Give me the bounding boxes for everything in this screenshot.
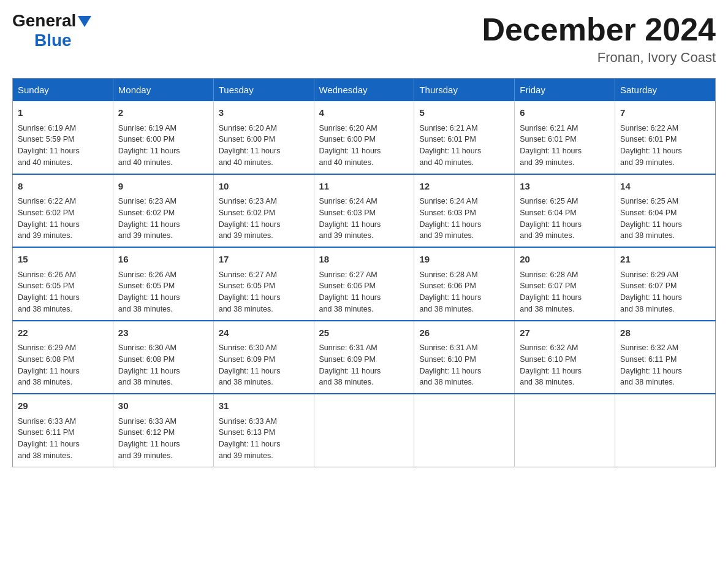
day-number: 17 — [219, 253, 309, 267]
day-number: 3 — [219, 106, 309, 120]
day-number: 5 — [419, 106, 509, 120]
month-title: December 2024 — [482, 12, 716, 47]
day-info: Sunrise: 6:33 AMSunset: 6:13 PMDaylight:… — [219, 416, 309, 462]
day-number: 19 — [419, 253, 509, 267]
day-info: Sunrise: 6:25 AMSunset: 6:04 PMDaylight:… — [520, 196, 610, 242]
day-number: 11 — [319, 180, 409, 194]
day-number: 28 — [620, 326, 710, 340]
day-info: Sunrise: 6:25 AMSunset: 6:04 PMDaylight:… — [620, 196, 710, 242]
day-of-week-header: Tuesday — [213, 79, 314, 102]
calendar-cell: 10Sunrise: 6:23 AMSunset: 6:02 PMDayligh… — [213, 174, 314, 248]
day-info: Sunrise: 6:23 AMSunset: 6:02 PMDaylight:… — [219, 196, 309, 242]
calendar-cell: 4Sunrise: 6:20 AMSunset: 6:00 PMDaylight… — [314, 101, 414, 174]
day-info: Sunrise: 6:33 AMSunset: 6:12 PMDaylight:… — [118, 416, 208, 462]
calendar-cell: 3Sunrise: 6:20 AMSunset: 6:00 PMDaylight… — [213, 101, 314, 174]
day-info: Sunrise: 6:22 AMSunset: 6:01 PMDaylight:… — [620, 123, 710, 169]
day-info: Sunrise: 6:22 AMSunset: 6:02 PMDaylight:… — [18, 196, 108, 242]
day-info: Sunrise: 6:20 AMSunset: 6:00 PMDaylight:… — [319, 123, 409, 169]
calendar-cell: 28Sunrise: 6:32 AMSunset: 6:11 PMDayligh… — [615, 321, 716, 394]
calendar-week-row: 22Sunrise: 6:29 AMSunset: 6:08 PMDayligh… — [13, 321, 716, 394]
day-number: 1 — [18, 106, 108, 120]
day-number: 16 — [118, 253, 208, 267]
calendar-cell: 24Sunrise: 6:30 AMSunset: 6:09 PMDayligh… — [213, 321, 314, 394]
day-number: 25 — [319, 326, 409, 340]
calendar-cell — [414, 394, 515, 467]
page-header: General Blue December 2024 Fronan, Ivory… — [12, 12, 716, 66]
calendar-cell: 17Sunrise: 6:27 AMSunset: 6:05 PMDayligh… — [213, 247, 314, 321]
calendar-week-row: 1Sunrise: 6:19 AMSunset: 5:59 PMDaylight… — [13, 101, 716, 174]
day-of-week-header: Friday — [515, 79, 615, 102]
logo-blue-text: Blue — [34, 31, 91, 50]
day-info: Sunrise: 6:23 AMSunset: 6:02 PMDaylight:… — [118, 196, 208, 242]
day-number: 13 — [520, 180, 610, 194]
calendar-cell: 20Sunrise: 6:28 AMSunset: 6:07 PMDayligh… — [515, 247, 615, 321]
calendar-cell: 23Sunrise: 6:30 AMSunset: 6:08 PMDayligh… — [113, 321, 213, 394]
calendar-cell: 16Sunrise: 6:26 AMSunset: 6:05 PMDayligh… — [113, 247, 213, 321]
day-info: Sunrise: 6:32 AMSunset: 6:10 PMDaylight:… — [520, 342, 610, 388]
days-of-week-row: SundayMondayTuesdayWednesdayThursdayFrid… — [13, 79, 716, 102]
day-info: Sunrise: 6:26 AMSunset: 6:05 PMDaylight:… — [118, 269, 208, 315]
day-info: Sunrise: 6:29 AMSunset: 6:07 PMDaylight:… — [620, 269, 710, 315]
day-number: 6 — [520, 106, 610, 120]
calendar-week-row: 15Sunrise: 6:26 AMSunset: 6:05 PMDayligh… — [13, 247, 716, 321]
calendar-cell: 14Sunrise: 6:25 AMSunset: 6:04 PMDayligh… — [615, 174, 716, 248]
calendar-cell: 8Sunrise: 6:22 AMSunset: 6:02 PMDaylight… — [13, 174, 113, 248]
calendar-cell: 2Sunrise: 6:19 AMSunset: 6:00 PMDaylight… — [113, 101, 213, 174]
day-info: Sunrise: 6:26 AMSunset: 6:05 PMDaylight:… — [18, 269, 108, 315]
day-of-week-header: Thursday — [414, 79, 515, 102]
logo-arrow-icon — [78, 16, 91, 28]
day-number: 15 — [18, 253, 108, 267]
day-number: 24 — [219, 326, 309, 340]
day-info: Sunrise: 6:20 AMSunset: 6:00 PMDaylight:… — [219, 123, 309, 169]
calendar-cell: 31Sunrise: 6:33 AMSunset: 6:13 PMDayligh… — [213, 394, 314, 467]
calendar-table: SundayMondayTuesdayWednesdayThursdayFrid… — [12, 78, 716, 467]
day-number: 20 — [520, 253, 610, 267]
calendar-cell: 19Sunrise: 6:28 AMSunset: 6:06 PMDayligh… — [414, 247, 515, 321]
day-number: 4 — [319, 106, 409, 120]
calendar-cell: 27Sunrise: 6:32 AMSunset: 6:10 PMDayligh… — [515, 321, 615, 394]
calendar-cell: 1Sunrise: 6:19 AMSunset: 5:59 PMDaylight… — [13, 101, 113, 174]
day-info: Sunrise: 6:29 AMSunset: 6:08 PMDaylight:… — [18, 342, 108, 388]
day-info: Sunrise: 6:31 AMSunset: 6:09 PMDaylight:… — [319, 342, 409, 388]
calendar-cell — [615, 394, 716, 467]
title-area: December 2024 Fronan, Ivory Coast — [482, 12, 716, 66]
day-number: 26 — [419, 326, 509, 340]
calendar-cell: 5Sunrise: 6:21 AMSunset: 6:01 PMDaylight… — [414, 101, 515, 174]
day-number: 7 — [620, 106, 710, 120]
day-info: Sunrise: 6:30 AMSunset: 6:09 PMDaylight:… — [219, 342, 309, 388]
calendar-cell — [515, 394, 615, 467]
day-info: Sunrise: 6:24 AMSunset: 6:03 PMDaylight:… — [319, 196, 409, 242]
day-number: 22 — [18, 326, 108, 340]
day-info: Sunrise: 6:27 AMSunset: 6:05 PMDaylight:… — [219, 269, 309, 315]
day-number: 10 — [219, 180, 309, 194]
calendar-cell: 22Sunrise: 6:29 AMSunset: 6:08 PMDayligh… — [13, 321, 113, 394]
day-info: Sunrise: 6:27 AMSunset: 6:06 PMDaylight:… — [319, 269, 409, 315]
day-info: Sunrise: 6:21 AMSunset: 6:01 PMDaylight:… — [520, 123, 610, 169]
calendar-cell: 21Sunrise: 6:29 AMSunset: 6:07 PMDayligh… — [615, 247, 716, 321]
day-of-week-header: Monday — [113, 79, 213, 102]
calendar-cell: 6Sunrise: 6:21 AMSunset: 6:01 PMDaylight… — [515, 101, 615, 174]
calendar-cell: 30Sunrise: 6:33 AMSunset: 6:12 PMDayligh… — [113, 394, 213, 467]
day-number: 23 — [118, 326, 208, 340]
day-of-week-header: Sunday — [13, 79, 113, 102]
day-number: 14 — [620, 180, 710, 194]
day-info: Sunrise: 6:31 AMSunset: 6:10 PMDaylight:… — [419, 342, 509, 388]
calendar-cell: 7Sunrise: 6:22 AMSunset: 6:01 PMDaylight… — [615, 101, 716, 174]
day-info: Sunrise: 6:32 AMSunset: 6:11 PMDaylight:… — [620, 342, 710, 388]
calendar-cell — [314, 394, 414, 467]
calendar-week-row: 29Sunrise: 6:33 AMSunset: 6:11 PMDayligh… — [13, 394, 716, 467]
calendar-cell: 25Sunrise: 6:31 AMSunset: 6:09 PMDayligh… — [314, 321, 414, 394]
day-number: 21 — [620, 253, 710, 267]
day-number: 12 — [419, 180, 509, 194]
day-info: Sunrise: 6:30 AMSunset: 6:08 PMDaylight:… — [118, 342, 208, 388]
calendar-cell: 11Sunrise: 6:24 AMSunset: 6:03 PMDayligh… — [314, 174, 414, 248]
calendar-cell: 12Sunrise: 6:24 AMSunset: 6:03 PMDayligh… — [414, 174, 515, 248]
calendar-cell: 9Sunrise: 6:23 AMSunset: 6:02 PMDaylight… — [113, 174, 213, 248]
day-of-week-header: Saturday — [615, 79, 716, 102]
day-number: 30 — [118, 399, 208, 413]
calendar-cell: 26Sunrise: 6:31 AMSunset: 6:10 PMDayligh… — [414, 321, 515, 394]
day-info: Sunrise: 6:19 AMSunset: 5:59 PMDaylight:… — [18, 123, 108, 169]
day-number: 29 — [18, 399, 108, 413]
day-info: Sunrise: 6:21 AMSunset: 6:01 PMDaylight:… — [419, 123, 509, 169]
calendar-week-row: 8Sunrise: 6:22 AMSunset: 6:02 PMDaylight… — [13, 174, 716, 248]
